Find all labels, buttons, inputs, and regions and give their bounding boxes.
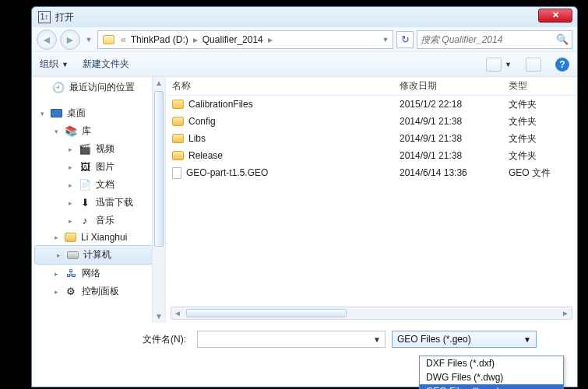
breadcrumb[interactable]: « ThinkPad (D:) ▸ Qualifier_2014 ▸ ▼ xyxy=(97,30,393,49)
scroll-thumb[interactable] xyxy=(186,309,347,317)
search-input[interactable] xyxy=(421,34,556,45)
file-row[interactable]: Libs2014/9/1 21:38文件夹 xyxy=(166,130,577,147)
chevron-down-icon: ▼ xyxy=(505,61,512,68)
file-name: Config xyxy=(188,116,216,127)
sidebar-item-label: Li Xianghui xyxy=(81,232,127,243)
sidebar-item-xunlei[interactable]: ▸⬇迅雷下载 xyxy=(32,194,165,212)
sidebar-item-videos[interactable]: ▸🎬视频 xyxy=(32,140,165,158)
user-folder-icon xyxy=(65,233,76,242)
expand-icon[interactable]: ▸ xyxy=(55,251,62,259)
sidebar-item-label: 库 xyxy=(82,124,91,138)
forward-button[interactable]: ► xyxy=(60,30,80,50)
sidebar-item-label: 音乐 xyxy=(96,214,114,227)
column-name[interactable]: 名称 xyxy=(166,79,393,93)
preview-pane-button[interactable] xyxy=(526,58,541,72)
filename-label: 文件名(N): xyxy=(46,333,191,346)
scroll-up-icon[interactable]: ▲ xyxy=(153,77,165,89)
file-icon xyxy=(172,167,181,179)
chevron-right-icon[interactable]: ▸ xyxy=(190,34,201,45)
file-type-dropdown[interactable]: DXF Files (*.dxf) DWG Files (*.dwg) GEO … xyxy=(419,356,564,389)
sidebar-item-label: 桌面 xyxy=(67,107,86,120)
file-date: 2014/9/1 21:38 xyxy=(393,116,502,127)
chevron-down-icon[interactable]: ▼ xyxy=(373,335,381,344)
expand-icon[interactable]: ▸ xyxy=(66,199,74,207)
sidebar-item-control-panel[interactable]: ▸⚙控制面板 xyxy=(32,282,165,300)
sidebar-item-computer[interactable]: ▸计算机 xyxy=(34,245,163,265)
file-type-selected: GEO Files (*.geo) xyxy=(397,334,471,345)
breadcrumb-dropdown[interactable]: ▼ xyxy=(380,32,391,47)
pane-icon xyxy=(526,58,541,72)
desktop-icon xyxy=(51,109,62,117)
file-name: Libs xyxy=(188,133,206,144)
scroll-left-icon[interactable]: ◄ xyxy=(171,309,184,317)
sidebar-scrollbar[interactable]: ▲ ▼ xyxy=(152,77,165,323)
scroll-thumb[interactable] xyxy=(154,91,164,247)
sidebar-item-network[interactable]: ▸🖧网络 xyxy=(32,265,165,282)
breadcrumb-item[interactable]: ThinkPad (D:) xyxy=(129,34,190,45)
window-title: 打开 xyxy=(55,11,74,24)
sidebar-item-documents[interactable]: ▸📄文档 xyxy=(32,176,165,194)
new-folder-label: 新建文件夹 xyxy=(83,58,129,71)
new-folder-button[interactable]: 新建文件夹 xyxy=(83,58,129,71)
expand-icon[interactable]: ▸ xyxy=(52,288,60,296)
file-row[interactable]: GEO-part-t1.5.GEO2014/6/14 13:36GEO 文件 xyxy=(166,164,577,181)
file-name: GEO-part-t1.5.GEO xyxy=(186,167,268,178)
expand-icon[interactable]: ▸ xyxy=(52,270,60,278)
file-date: 2014/6/14 13:36 xyxy=(393,167,502,178)
file-type: 文件夹 xyxy=(502,149,577,163)
back-button[interactable]: ◄ xyxy=(37,30,57,50)
expand-icon[interactable]: ▸ xyxy=(66,181,74,189)
control-panel-icon: ⚙ xyxy=(65,286,77,298)
video-icon: 🎬 xyxy=(79,143,91,156)
file-type-select[interactable]: GEO Files (*.geo) ▼ xyxy=(392,331,537,348)
sidebar-item-label: 控制面板 xyxy=(82,285,119,298)
sidebar-item-library[interactable]: ▾📚库 xyxy=(32,122,165,140)
folder-icon xyxy=(103,35,114,44)
library-icon: 📚 xyxy=(65,125,77,138)
file-row[interactable]: CalibrationFiles2015/1/2 22:18文件夹 xyxy=(166,96,577,113)
file-date: 2014/9/1 21:38 xyxy=(393,133,502,144)
recent-icon: 🕘 xyxy=(52,82,65,94)
file-type-option[interactable]: GEO Files (*.geo) xyxy=(420,384,563,389)
horizontal-scrollbar[interactable]: ◄ ► xyxy=(171,307,572,320)
file-type: 文件夹 xyxy=(502,132,577,145)
sidebar-item-label: 图片 xyxy=(96,160,114,173)
sidebar-item-user[interactable]: ▸Li Xianghui xyxy=(32,230,165,245)
sidebar-item-label: 网络 xyxy=(82,267,100,280)
view-options-button[interactable]: ▼ xyxy=(486,58,512,72)
breadcrumb-overflow[interactable]: « xyxy=(118,34,129,45)
column-type[interactable]: 类型 xyxy=(502,79,577,93)
folder-icon xyxy=(172,151,184,160)
scroll-down-icon[interactable]: ▼ xyxy=(153,310,165,323)
collapse-icon[interactable]: ▾ xyxy=(38,110,46,117)
filename-input[interactable] xyxy=(197,331,386,348)
expand-icon[interactable]: ▸ xyxy=(66,145,74,153)
file-list: 名称 修改日期 类型 CalibrationFiles2015/1/2 22:1… xyxy=(166,77,577,323)
breadcrumb-item[interactable]: Qualifier_2014 xyxy=(201,34,265,45)
file-type-option[interactable]: DXF Files (*.dxf) xyxy=(420,356,563,370)
picture-icon: 🖼 xyxy=(79,161,91,173)
organize-label: 组织 xyxy=(40,58,58,71)
organize-button[interactable]: 组织 ▼ xyxy=(40,58,69,71)
scroll-right-icon[interactable]: ► xyxy=(559,309,572,317)
sidebar-item-pictures[interactable]: ▸🖼图片 xyxy=(32,158,165,176)
expand-icon[interactable]: ▸ xyxy=(66,163,74,171)
file-row[interactable]: Config2014/9/1 21:38文件夹 xyxy=(166,113,577,130)
sidebar-item-desktop[interactable]: ▾桌面 xyxy=(32,104,165,122)
titlebar[interactable]: 1↕ 打开 ✕ xyxy=(32,7,577,27)
collapse-icon[interactable]: ▾ xyxy=(52,128,60,135)
file-type-option[interactable]: DWG Files (*.dwg) xyxy=(420,370,563,384)
refresh-button[interactable]: ↻ xyxy=(396,31,414,48)
search-box[interactable]: 🔍 xyxy=(417,30,572,49)
help-button[interactable]: ? xyxy=(555,58,569,72)
expand-icon[interactable]: ▸ xyxy=(66,217,74,225)
expand-icon[interactable]: ▸ xyxy=(52,233,60,241)
column-date[interactable]: 修改日期 xyxy=(393,79,502,93)
file-row[interactable]: Release2014/9/1 21:38文件夹 xyxy=(166,147,577,164)
history-dropdown[interactable]: ▼ xyxy=(83,32,94,47)
chevron-right-icon[interactable]: ▸ xyxy=(265,34,276,45)
close-button[interactable]: ✕ xyxy=(538,9,572,23)
computer-icon xyxy=(67,251,79,259)
sidebar-item-recent[interactable]: 🕘最近访问的位置 xyxy=(32,79,165,96)
sidebar-item-music[interactable]: ▸♪音乐 xyxy=(32,212,165,230)
